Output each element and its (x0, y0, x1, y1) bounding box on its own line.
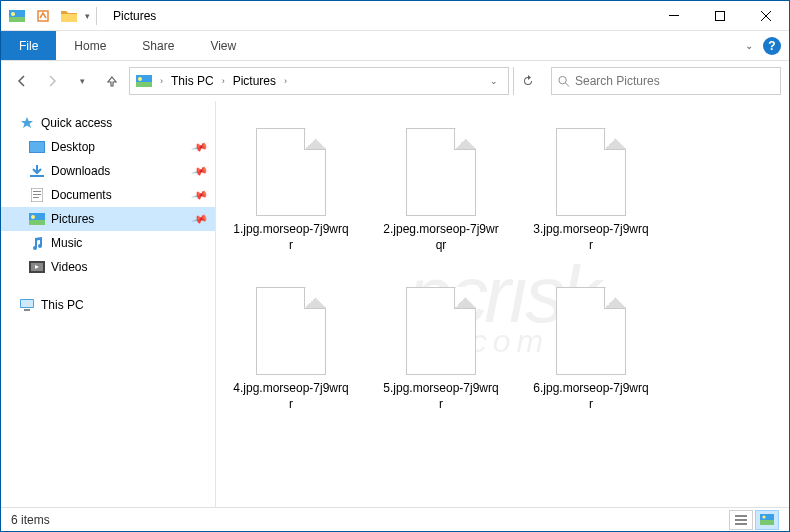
svg-rect-16 (33, 197, 39, 198)
pin-icon: 📌 (191, 186, 210, 204)
svg-point-9 (559, 76, 566, 83)
pc-icon (19, 297, 35, 313)
back-button[interactable] (9, 68, 35, 94)
file-item[interactable]: 3.jpg.morseop-7j9wrqr (526, 121, 656, 260)
svg-rect-24 (24, 309, 30, 311)
maximize-button[interactable] (697, 1, 743, 31)
chevron-right-icon[interactable]: › (218, 76, 229, 86)
downloads-icon (29, 163, 45, 179)
file-icon (556, 128, 626, 216)
address-history-dropdown[interactable]: ⌄ (486, 76, 506, 86)
tab-share[interactable]: Share (124, 31, 192, 60)
nav-item-label: Music (51, 236, 82, 250)
nav-item-desktop[interactable]: Desktop📌 (1, 135, 215, 159)
app-icon[interactable] (5, 5, 29, 27)
nav-item-music[interactable]: Music (1, 231, 215, 255)
nav-item-label: Downloads (51, 164, 110, 178)
window-controls (651, 1, 789, 31)
search-icon (558, 75, 570, 88)
file-name-label: 1.jpg.morseop-7j9wrqr (233, 222, 349, 253)
file-item[interactable]: 5.jpg.morseop-7j9wrqr (376, 280, 506, 419)
large-icons-view-button[interactable] (755, 510, 779, 530)
svg-rect-26 (735, 519, 747, 521)
nav-quick-access[interactable]: Quick access (1, 111, 215, 135)
chevron-right-icon[interactable]: › (280, 76, 291, 86)
file-tab[interactable]: File (1, 31, 56, 60)
address-bar[interactable]: › This PC › Pictures › ⌄ (129, 67, 509, 95)
file-item[interactable]: 4.jpg.morseop-7j9wrqr (226, 280, 356, 419)
breadcrumb-pictures[interactable]: Pictures (229, 68, 280, 94)
details-view-button[interactable] (729, 510, 753, 530)
recent-locations-button[interactable]: ▾ (69, 68, 95, 94)
pictures-icon (29, 211, 45, 227)
breadcrumb-this-pc[interactable]: This PC (167, 68, 218, 94)
up-button[interactable] (99, 68, 125, 94)
nav-item-pictures[interactable]: Pictures📌 (1, 207, 215, 231)
item-count: 6 items (11, 513, 50, 527)
nav-item-label: Pictures (51, 212, 94, 226)
svg-rect-4 (669, 15, 679, 16)
file-name-label: 2.jpeg.morseop-7j9wrqr (383, 222, 499, 253)
new-folder-qat-button[interactable] (57, 5, 81, 27)
properties-qat-button[interactable] (31, 5, 55, 27)
svg-rect-29 (760, 520, 774, 525)
search-box[interactable] (551, 67, 781, 95)
svg-point-8 (138, 77, 142, 81)
svg-rect-25 (735, 515, 747, 517)
videos-icon (29, 259, 45, 275)
documents-icon (29, 187, 45, 203)
file-item[interactable]: 1.jpg.morseop-7j9wrqr (226, 121, 356, 260)
svg-rect-1 (9, 17, 25, 22)
nav-item-label: Videos (51, 260, 87, 274)
nav-item-label: Documents (51, 188, 112, 202)
qat-dropdown-icon[interactable]: ▾ (83, 11, 92, 21)
file-grid: 1.jpg.morseop-7j9wrqr2.jpeg.morseop-7j9w… (226, 121, 779, 419)
file-icon (556, 287, 626, 375)
music-icon (29, 235, 45, 251)
pin-icon: 📌 (191, 162, 210, 180)
desktop-icon (29, 139, 45, 155)
file-name-label: 6.jpg.morseop-7j9wrqr (533, 381, 649, 412)
file-icon (406, 287, 476, 375)
star-icon (19, 115, 35, 131)
file-icon (256, 287, 326, 375)
nav-item-label: Desktop (51, 140, 95, 154)
tab-view[interactable]: View (192, 31, 254, 60)
tab-home[interactable]: Home (56, 31, 124, 60)
search-input[interactable] (575, 74, 774, 88)
file-icon (406, 128, 476, 216)
file-item[interactable]: 6.jpg.morseop-7j9wrqr (526, 280, 656, 419)
svg-rect-18 (29, 220, 45, 225)
minimize-button[interactable] (651, 1, 697, 31)
nav-item-downloads[interactable]: Downloads📌 (1, 159, 215, 183)
nav-item-documents[interactable]: Documents📌 (1, 183, 215, 207)
pin-icon: 📌 (191, 210, 210, 228)
forward-button[interactable] (39, 68, 65, 94)
svg-rect-12 (30, 175, 44, 177)
svg-rect-11 (30, 142, 44, 152)
svg-rect-5 (716, 11, 725, 20)
status-bar: 6 items (1, 507, 789, 531)
file-item[interactable]: 2.jpeg.morseop-7j9wrqr (376, 121, 506, 260)
nav-item-videos[interactable]: Videos (1, 255, 215, 279)
nav-this-pc[interactable]: This PC (1, 293, 215, 317)
expand-ribbon-icon[interactable]: ⌄ (745, 40, 753, 51)
nav-this-pc-label: This PC (41, 298, 84, 312)
file-icon (256, 128, 326, 216)
breadcrumb-root-icon[interactable] (132, 68, 156, 94)
svg-rect-15 (33, 194, 41, 195)
address-toolbar: ▾ › This PC › Pictures › ⌄ (1, 61, 789, 101)
quick-access-toolbar: ▾ (1, 5, 103, 27)
navigation-pane: Quick access Desktop📌Downloads📌Documents… (1, 101, 216, 507)
refresh-button[interactable] (513, 67, 541, 95)
help-icon[interactable]: ? (763, 37, 781, 55)
file-name-label: 3.jpg.morseop-7j9wrqr (533, 222, 649, 253)
pin-icon: 📌 (191, 138, 210, 156)
content-pane[interactable]: pcrısk .com 1.jpg.morseop-7j9wrqr2.jpeg.… (216, 101, 789, 507)
close-button[interactable] (743, 1, 789, 31)
window-title: Pictures (113, 9, 156, 23)
svg-rect-23 (21, 300, 33, 307)
svg-rect-14 (33, 191, 41, 192)
chevron-right-icon[interactable]: › (156, 76, 167, 86)
svg-point-19 (31, 215, 35, 219)
